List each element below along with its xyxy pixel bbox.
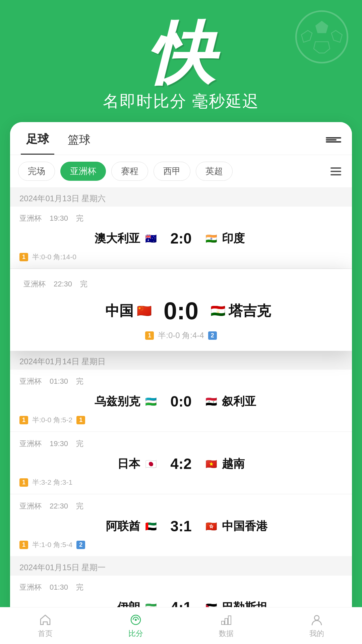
away-flag: 🇮🇳 xyxy=(204,233,219,244)
match-status: 完 xyxy=(76,439,83,449)
svg-marker-3 xyxy=(301,31,312,42)
nav-home[interactable]: 首页 xyxy=(0,613,90,639)
tab-bar: 足球 篮球 xyxy=(10,122,352,155)
match-league: 亚洲杯 xyxy=(19,439,42,449)
away-flag: 🇻🇳 xyxy=(204,459,219,469)
home-team: 澳大利亚 xyxy=(86,231,140,246)
detail-text: 半:3-2 角:3-1 xyxy=(32,478,72,487)
filter-icon[interactable] xyxy=(326,137,341,149)
home-flag: 🇦🇺 xyxy=(143,233,158,244)
chip-yazhouzibei[interactable]: 亚洲杯 xyxy=(60,162,106,181)
away-flag: 🇸🇾 xyxy=(204,396,219,407)
chip-saicheng[interactable]: 赛程 xyxy=(111,162,148,181)
home-flag: 🇯🇵 xyxy=(143,459,158,469)
match-time: 19:30 xyxy=(50,439,68,448)
nav-home-label: 首页 xyxy=(38,629,53,639)
featured-home-team: 中国 xyxy=(80,302,133,320)
scores-list: 2024年01月13日 星期六 亚洲杯 19:30 完 澳大利亚 🇦🇺 2:0 … xyxy=(10,188,352,644)
match-time: 01:30 xyxy=(50,377,68,386)
match-league: 亚洲杯 xyxy=(19,213,42,223)
detail-text: 半:0-0 角:14-0 xyxy=(32,252,76,262)
home-team: 日本 xyxy=(86,456,140,472)
nav-data-label: 数据 xyxy=(219,629,234,639)
match-detail: 1 半:0-0 角:5-2 1 xyxy=(19,415,343,425)
match-time: 01:30 xyxy=(50,583,68,592)
date-header-2: 2024年01月14日 星期日 xyxy=(10,351,352,370)
featured-badge2: 2 xyxy=(208,331,217,340)
chip-wanchang[interactable]: 完场 xyxy=(18,162,55,181)
match-detail: 1 半:3-2 角:3-1 xyxy=(19,478,343,487)
featured-badge1: 1 xyxy=(145,331,154,340)
match-score: 0:0 xyxy=(164,393,198,410)
chip-xijia[interactable]: 西甲 xyxy=(154,162,190,181)
match-score: 3:1 xyxy=(164,518,198,535)
away-team: 越南 xyxy=(222,456,276,472)
match-score: 2:0 xyxy=(164,230,198,247)
svg-rect-8 xyxy=(225,619,228,625)
svg-point-0 xyxy=(296,11,348,63)
featured-score: 0:0 xyxy=(158,297,204,325)
match-score: 4:2 xyxy=(164,455,198,472)
svg-rect-7 xyxy=(222,621,224,625)
away-team: 印度 xyxy=(222,231,276,246)
away-team: 叙利亚 xyxy=(222,394,276,409)
featured-teams: 中国 🇨🇳 0:0 🇹🇯 塔吉克 xyxy=(23,294,339,327)
tab-basketball[interactable]: 篮球 xyxy=(62,132,96,154)
featured-time: 22:30 xyxy=(54,280,72,288)
featured-league: 亚洲杯 xyxy=(23,279,46,289)
match-teams: 阿联酋 🇦🇪 3:1 🇭🇰 中国香港 xyxy=(19,515,343,537)
match-time: 19:30 xyxy=(50,214,68,223)
match-meta: 亚洲杯 19:30 完 xyxy=(19,439,343,449)
date-header-1: 2024年01月13日 星期六 xyxy=(10,188,352,207)
nav-data[interactable]: 数据 xyxy=(181,613,272,639)
match-teams: 澳大利亚 🇦🇺 2:0 🇮🇳 印度 xyxy=(19,227,343,250)
filter-chips: 完场 亚洲杯 赛程 西甲 英超 xyxy=(10,155,352,188)
featured-match-meta: 亚洲杯 22:30 完 xyxy=(23,279,339,289)
match-detail: 1 半:0-0 角:14-0 xyxy=(19,252,343,262)
featured-match-card[interactable]: 亚洲杯 22:30 完 中国 🇨🇳 0:0 🇹🇯 塔吉克 1 半:0-0 角:4… xyxy=(10,269,352,351)
detail-text: 半:0-0 角:5-2 xyxy=(32,415,72,425)
chip-yingchao[interactable]: 英超 xyxy=(196,162,233,181)
svg-marker-1 xyxy=(315,21,328,33)
featured-away-team: 塔吉克 xyxy=(229,302,282,320)
svg-marker-4 xyxy=(314,42,330,53)
match-meta: 亚洲杯 22:30 完 xyxy=(19,501,343,511)
match-card-uzb-syr[interactable]: 亚洲杯 01:30 完 乌兹别克 🇺🇿 0:0 🇸🇾 叙利亚 1 半:0-0 角… xyxy=(10,370,352,431)
match-time: 22:30 xyxy=(50,502,68,511)
nav-mine-label: 我的 xyxy=(309,629,324,639)
match-card-jpn-vnm[interactable]: 亚洲杯 19:30 完 日本 🇯🇵 4:2 🇻🇳 越南 1 半:3-2 角:3-… xyxy=(10,432,352,494)
tab-football[interactable]: 足球 xyxy=(21,131,54,155)
score-icon xyxy=(129,613,142,627)
match-league: 亚洲杯 xyxy=(19,582,42,592)
nav-mine[interactable]: 我的 xyxy=(272,613,362,639)
user-icon xyxy=(310,613,323,627)
match-card-uae-hkg[interactable]: 亚洲杯 22:30 完 阿联酋 🇦🇪 3:1 🇭🇰 中国香港 1 半:1-0 角… xyxy=(10,494,352,556)
badge1: 1 xyxy=(19,416,28,424)
bottom-nav: 首页 比分 数据 我的 xyxy=(0,607,362,644)
match-league: 亚洲杯 xyxy=(19,501,42,511)
soccer-ball-icon xyxy=(295,10,349,64)
match-status: 完 xyxy=(76,501,83,511)
more-menu-icon[interactable] xyxy=(328,166,344,177)
date-header-3: 2024年01月15日 星期一 xyxy=(10,557,352,576)
badge1: 1 xyxy=(19,478,28,487)
home-flag: 🇺🇿 xyxy=(143,396,158,407)
featured-detail: 1 半:0-0 角:4-4 2 xyxy=(23,330,339,341)
hero-subtitle: 名即时比分 毫秒延迟 xyxy=(13,91,349,112)
home-team: 阿联酋 xyxy=(86,519,140,534)
match-detail: 1 半:1-0 角:5-4 2 xyxy=(19,540,343,549)
badge2: 2 xyxy=(76,541,85,549)
away-flag: 🇭🇰 xyxy=(204,521,219,531)
nav-score[interactable]: 比分 xyxy=(90,613,181,639)
match-teams: 日本 🇯🇵 4:2 🇻🇳 越南 xyxy=(19,453,343,475)
nav-score-label: 比分 xyxy=(128,629,143,639)
badge1: 1 xyxy=(19,253,28,261)
home-icon xyxy=(39,613,52,627)
featured-detail-text: 半:0-0 角:4-4 xyxy=(158,330,204,341)
match-status: 完 xyxy=(76,582,83,592)
header: 快 名即时比分 毫秒延迟 xyxy=(0,0,362,122)
away-team: 中国香港 xyxy=(222,519,276,534)
match-meta: 亚洲杯 19:30 完 xyxy=(19,213,343,223)
match-card-aus-ind[interactable]: 亚洲杯 19:30 完 澳大利亚 🇦🇺 2:0 🇮🇳 印度 1 半:0-0 角:… xyxy=(10,207,352,268)
match-league: 亚洲杯 xyxy=(19,376,42,386)
